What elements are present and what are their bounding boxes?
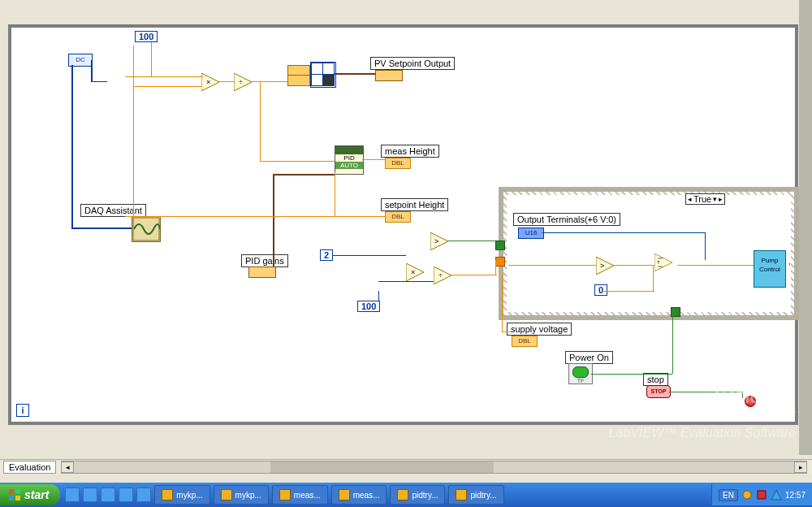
case-structure-inner: ◂ True ▾ ▸ Output Terminals(+6 V:0) U16 …: [507, 195, 791, 312]
evaluation-tab[interactable]: Evaluation: [3, 461, 56, 474]
start-button[interactable]: start: [0, 484, 60, 505]
power-on-boolean-control[interactable]: TF: [568, 363, 593, 384]
tray-icon[interactable]: [741, 489, 753, 500]
svg-marker-5: [430, 232, 448, 250]
svg-marker-9: [434, 266, 451, 284]
quick-launch-item[interactable]: [136, 488, 151, 502]
quick-launch: [65, 488, 151, 502]
numeric-constant-2[interactable]: 2: [320, 249, 333, 261]
svg-rect-17: [9, 489, 14, 494]
output-terminals-u16-terminal[interactable]: U16: [518, 228, 544, 239]
taskbar-button[interactable]: meas...: [272, 485, 328, 505]
quick-launch-item[interactable]: [119, 488, 133, 502]
watermark-line3: LabVIEW™ Evaluation Software: [609, 424, 796, 442]
app-icon: [397, 489, 408, 500]
tray-icon[interactable]: [756, 489, 767, 500]
taskbar-button[interactable]: mykp...: [214, 485, 269, 505]
horizontal-scrollbar[interactable]: ◂ ▸: [61, 461, 807, 474]
right-gutter: [799, 0, 812, 455]
divide-node-1[interactable]: ÷: [234, 73, 252, 91]
svg-rect-18: [15, 489, 20, 494]
stop-button-control[interactable]: STOP: [646, 385, 671, 398]
chevron-left-icon[interactable]: ◂: [688, 195, 692, 203]
multiply-node-2[interactable]: ×: [406, 263, 424, 281]
language-indicator[interactable]: EN: [719, 489, 738, 501]
windows-taskbar: start mykp... mykp... meas... meas... pi…: [0, 483, 812, 507]
scroll-left-button[interactable]: ◂: [61, 462, 74, 473]
select-node[interactable]: ?: [654, 254, 679, 278]
setpoint-height-label: setpoint Height: [381, 198, 448, 211]
svg-rect-22: [758, 491, 766, 499]
app-icon: [456, 489, 467, 500]
chevron-right-icon[interactable]: ▸: [719, 195, 723, 203]
svg-point-21: [743, 491, 751, 499]
taskbar-clock[interactable]: 12:57: [785, 491, 806, 500]
meas-height-dbl-terminal[interactable]: DBL: [385, 158, 411, 169]
quick-launch-item[interactable]: [83, 488, 97, 502]
app-icon: [279, 489, 291, 500]
quick-launch-item[interactable]: [65, 488, 80, 502]
svg-rect-19: [9, 496, 14, 500]
tray-icon[interactable]: [771, 489, 782, 500]
supply-voltage-label: supply voltage: [507, 323, 572, 336]
case-tunnel-left-orange: [495, 257, 505, 266]
loop-stop-condition-icon[interactable]: [745, 396, 756, 407]
output-terminals-label: Output Terminals(+6 V:0): [513, 213, 620, 226]
app-icon: [221, 489, 232, 500]
meas-height-label: meas Height: [381, 145, 439, 158]
svg-text:×: ×: [411, 268, 415, 276]
daq-assistant-node[interactable]: [132, 216, 161, 242]
system-tray: EN 12:57: [711, 484, 812, 505]
taskbar-button[interactable]: pidtry...: [390, 485, 445, 505]
app-icon: [339, 489, 350, 500]
greater-than-node-inner[interactable]: >: [596, 257, 614, 275]
divide-node-2[interactable]: ÷: [434, 266, 451, 284]
pid-vi-node[interactable]: PID AUTO: [335, 145, 364, 175]
svg-text:÷: ÷: [438, 271, 443, 280]
bottom-tab-bar: Evaluation ◂ ▸: [0, 459, 812, 474]
supply-voltage-dbl-terminal[interactable]: DBL: [512, 336, 538, 347]
start-label: start: [24, 488, 49, 501]
power-on-tf-terminal: TF: [569, 378, 592, 384]
pid-auto-text: AUTO: [335, 162, 363, 169]
while-loop-frame[interactable]: i DC 100 DAQ Assistant × ÷ PV Setpoint O…: [8, 24, 798, 425]
pv-setpoint-output-label: PV Setpoint Output: [370, 57, 455, 70]
labview-block-diagram-window: i DC 100 DAQ Assistant × ÷ PV Setpoint O…: [0, 0, 812, 507]
case-selector[interactable]: ◂ True ▾ ▸: [685, 193, 725, 205]
svg-text:>: >: [600, 262, 604, 270]
pv-setpoint-output-indicator[interactable]: [375, 70, 403, 81]
loop-index-icon: i: [16, 404, 29, 417]
svg-rect-20: [15, 496, 20, 500]
pid-gains-label: PID gains: [241, 254, 288, 267]
numeric-constant-100-top[interactable]: 100: [135, 31, 158, 42]
dropdown-caret-icon[interactable]: ▾: [713, 195, 717, 203]
build-array-node[interactable]: [287, 65, 310, 86]
numeric-constant-0[interactable]: 0: [594, 284, 607, 296]
pump-control-label: Pump Control: [754, 256, 785, 274]
svg-rect-0: [133, 218, 159, 240]
scroll-thumb[interactable]: [270, 462, 494, 473]
svg-marker-23: [771, 490, 781, 500]
greater-than-node[interactable]: >: [430, 232, 448, 250]
sine-wave-icon: [132, 217, 160, 241]
app-icon: [162, 489, 173, 500]
case-tunnel-left-green: [495, 240, 505, 250]
quick-launch-item[interactable]: [101, 488, 115, 502]
daq-assistant-label: DAQ Assistant: [80, 204, 146, 217]
multiply-node-1[interactable]: ×: [201, 73, 219, 91]
taskbar-button[interactable]: mykp...: [154, 485, 209, 505]
pump-control-vi[interactable]: Pump Control: [754, 250, 786, 288]
taskbar-button[interactable]: pidtry...: [448, 485, 503, 505]
setpoint-height-dbl-terminal[interactable]: DBL: [385, 211, 411, 223]
pid-top-text: PID: [335, 154, 363, 162]
svg-text:>: >: [434, 237, 438, 245]
led-icon: [572, 366, 589, 378]
svg-marker-3: [234, 73, 252, 91]
pid-gains-control[interactable]: [248, 266, 276, 278]
case-selector-value: True: [693, 194, 711, 204]
scroll-right-button[interactable]: ▸: [794, 462, 807, 473]
taskbar-button[interactable]: meas...: [331, 485, 387, 505]
numeric-constant-100-bottom[interactable]: 100: [357, 301, 380, 312]
power-on-label: Power On: [565, 351, 613, 364]
index-array-node[interactable]: [310, 62, 336, 88]
